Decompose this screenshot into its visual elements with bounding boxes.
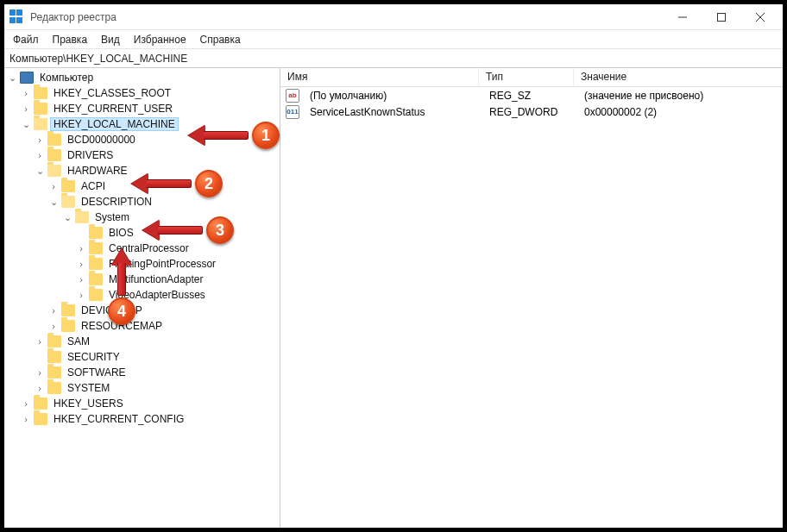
expand-icon[interactable]: › <box>34 135 46 145</box>
list-body[interactable]: ab (По умолчанию) REG_SZ (значение не пр… <box>280 87 783 528</box>
tree-hku[interactable]: HKEY_USERS <box>51 397 126 410</box>
window-controls <box>663 5 779 29</box>
menu-file[interactable]: Файл <box>6 32 46 47</box>
folder-icon <box>34 87 47 99</box>
folder-icon <box>89 227 103 239</box>
menu-bar: Файл Правка Вид Избранное Справка <box>4 30 783 49</box>
value-type: REG_DWORD <box>482 106 577 118</box>
tree-bios[interactable]: BIOS <box>106 227 136 239</box>
expand-icon[interactable]: › <box>75 290 87 300</box>
expand-icon[interactable]: › <box>20 88 32 98</box>
expand-icon[interactable]: › <box>20 398 32 409</box>
tree-hkcr[interactable]: HKEY_CLASSES_ROOT <box>51 87 173 99</box>
close-button[interactable] <box>740 5 779 29</box>
tree-hardware[interactable]: HARDWARE <box>65 165 130 177</box>
svg-rect-0 <box>717 13 725 21</box>
folder-icon <box>47 335 61 347</box>
folder-icon <box>34 397 47 410</box>
menu-favorites[interactable]: Избранное <box>127 32 193 47</box>
folder-icon <box>34 103 47 115</box>
folder-icon <box>61 196 75 208</box>
collapse-icon[interactable]: ⌄ <box>6 72 18 84</box>
address-bar[interactable]: Компьютер\HKEY_LOCAL_MACHINE <box>4 49 783 68</box>
expand-icon[interactable]: › <box>34 336 46 347</box>
folder-icon <box>61 180 75 192</box>
collapse-icon[interactable]: ⌄ <box>20 119 32 130</box>
collapse-icon[interactable]: ⌄ <box>47 197 60 208</box>
folder-icon <box>89 273 103 285</box>
value-data: (значение не присвоено) <box>577 90 783 102</box>
expand-icon[interactable]: › <box>75 274 87 285</box>
computer-icon <box>20 72 34 84</box>
tree-fpp[interactable]: FloatingPointProcessor <box>106 258 218 270</box>
value-type: REG_SZ <box>482 90 577 102</box>
dword-value-icon: 011 <box>286 105 299 119</box>
folder-icon <box>34 118 47 130</box>
folder-icon <box>47 134 61 146</box>
list-pane: Имя Тип Значение ab (По умолчанию) REG_S… <box>280 68 783 528</box>
list-row[interactable]: 011 ServiceLastKnownStatus REG_DWORD 0x0… <box>280 103 783 120</box>
tree-hklm[interactable]: HKEY_LOCAL_MACHINE <box>51 118 178 130</box>
column-name[interactable]: Имя <box>280 68 479 86</box>
folder-icon <box>75 211 89 223</box>
expand-icon[interactable]: › <box>34 383 46 393</box>
expand-icon[interactable]: › <box>20 414 32 424</box>
string-value-icon: ab <box>286 89 299 103</box>
tree-bcd[interactable]: BCD00000000 <box>65 134 138 146</box>
collapse-icon[interactable]: ⌄ <box>34 166 46 177</box>
folder-icon <box>34 413 47 425</box>
expand-icon[interactable]: › <box>34 150 46 160</box>
expand-icon[interactable]: › <box>34 367 46 378</box>
expand-icon[interactable]: › <box>20 103 32 114</box>
tree-vab[interactable]: VideoAdapterBusses <box>106 289 208 301</box>
tree-root[interactable]: Компьютер <box>37 72 96 84</box>
expand-icon[interactable]: › <box>75 259 87 269</box>
folder-icon <box>47 382 61 394</box>
column-type[interactable]: Тип <box>479 68 574 86</box>
folder-icon <box>47 351 61 363</box>
folder-icon <box>89 258 103 270</box>
app-icon <box>9 9 25 25</box>
tree-software[interactable]: SOFTWARE <box>65 366 129 379</box>
tree-hkcc[interactable]: HKEY_CURRENT_CONFIG <box>51 413 186 425</box>
title-bar: Редактор реестра <box>4 4 783 30</box>
list-row[interactable]: ab (По умолчанию) REG_SZ (значение не пр… <box>280 87 783 103</box>
tree-hkcu[interactable]: HKEY_CURRENT_USER <box>51 103 175 115</box>
folder-icon <box>47 149 61 161</box>
folder-icon <box>89 289 103 301</box>
folder-icon <box>47 366 61 379</box>
tree-devicemap[interactable]: DEVICEMAP <box>79 304 145 316</box>
tree-security[interactable]: SECURITY <box>65 351 123 363</box>
tree-sam[interactable]: SAM <box>65 335 92 347</box>
expand-icon[interactable]: › <box>75 243 87 253</box>
column-value[interactable]: Значение <box>574 68 783 86</box>
tree-resourcemap[interactable]: RESOURCEMAP <box>79 320 165 332</box>
list-header: Имя Тип Значение <box>280 68 783 87</box>
folder-icon <box>61 320 75 332</box>
maximize-button[interactable] <box>702 5 740 29</box>
value-data: 0x00000002 (2) <box>577 106 783 118</box>
collapse-icon[interactable]: ⌄ <box>61 212 73 223</box>
tree-acpi[interactable]: ACPI <box>79 180 108 192</box>
tree-mfa[interactable]: MultifunctionAdapter <box>106 273 205 285</box>
tree-pane[interactable]: ⌄ Компьютер › HKEY_CLASSES_ROOT › HKEY_C… <box>4 68 280 528</box>
tree-cpu[interactable]: CentralProcessor <box>106 242 192 254</box>
tree-system[interactable]: System <box>92 211 132 223</box>
menu-edit[interactable]: Правка <box>46 32 95 47</box>
tree-sys[interactable]: SYSTEM <box>65 382 112 394</box>
menu-view[interactable]: Вид <box>94 32 127 47</box>
value-name: (По умолчанию) <box>303 90 482 102</box>
menu-help[interactable]: Справка <box>193 32 248 47</box>
tree-description[interactable]: DESCRIPTION <box>79 196 154 208</box>
minimize-button[interactable] <box>663 5 702 29</box>
expand-icon[interactable]: › <box>47 181 60 191</box>
window-title: Редактор реестра <box>30 11 116 23</box>
expand-icon[interactable]: › <box>47 305 60 316</box>
folder-icon <box>47 165 61 177</box>
folder-icon <box>61 304 75 316</box>
main-area: ⌄ Компьютер › HKEY_CLASSES_ROOT › HKEY_C… <box>4 68 783 528</box>
value-name: ServiceLastKnownStatus <box>303 106 482 118</box>
tree-drivers[interactable]: DRIVERS <box>65 149 116 161</box>
folder-icon <box>89 242 103 254</box>
expand-icon[interactable]: › <box>47 321 60 331</box>
